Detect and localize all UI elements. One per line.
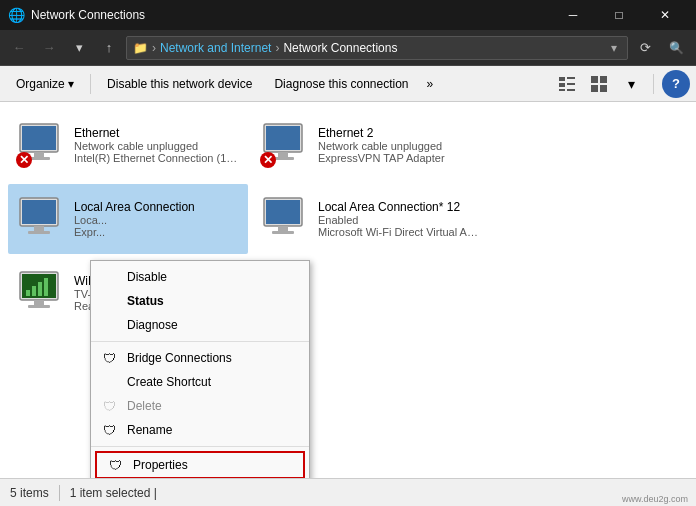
svg-rect-31	[32, 286, 36, 296]
dropdown-recent[interactable]: ▾	[66, 35, 92, 61]
wifi-icon-wrapper	[16, 268, 66, 318]
ctx-diagnose[interactable]: Diagnose	[91, 313, 309, 337]
local-adapter: Expr...	[74, 226, 240, 238]
svg-rect-3	[567, 77, 575, 79]
path-part2: Network Connections	[283, 41, 397, 55]
svg-rect-30	[26, 290, 30, 296]
up-button[interactable]: ↑	[96, 35, 122, 61]
search-button[interactable]: 🔍	[662, 35, 690, 61]
ethernet2-adapter: ExpressVPN TAP Adapter	[318, 152, 484, 164]
svg-rect-11	[22, 126, 56, 150]
ethernet-info: Ethernet Network cable unplugged Intel(R…	[74, 126, 240, 164]
shield-icon-delete: 🛡	[103, 399, 116, 414]
app-icon: 🌐	[8, 7, 25, 23]
ethernet-status: Network cable unplugged	[74, 140, 240, 152]
svg-rect-8	[591, 85, 598, 92]
status-separator	[59, 485, 60, 501]
content-area: ✕ Ethernet Network cable unplugged Intel…	[0, 102, 696, 478]
toolbar-right: ▾ ?	[553, 70, 690, 98]
local12-status: Enabled	[318, 214, 484, 226]
ethernet-adapter: Intel(R) Ethernet Connection (10) ...	[74, 152, 240, 164]
svg-rect-33	[44, 278, 48, 296]
local12-name: Local Area Connection* 12	[318, 200, 484, 214]
watermark: www.deu2g.com	[622, 494, 688, 504]
svg-rect-16	[278, 152, 288, 157]
network-item-local12[interactable]: Local Area Connection* 12 Enabled Micros…	[252, 184, 492, 254]
svg-rect-32	[38, 282, 42, 296]
view-button[interactable]	[553, 70, 581, 98]
ethernet2-info: Ethernet 2 Network cable unplugged Expre…	[318, 126, 484, 164]
svg-rect-29	[28, 305, 50, 308]
refresh-button[interactable]: ⟳	[632, 35, 658, 61]
ethernet2-status: Network cable unplugged	[318, 140, 484, 152]
shield-icon-properties: 🛡	[109, 458, 122, 473]
window-controls: ─ □ ✕	[550, 0, 688, 30]
ctx-properties[interactable]: 🛡 Properties	[97, 453, 303, 477]
shield-icon-rename: 🛡	[103, 423, 116, 438]
computer-icon-local12	[260, 194, 306, 240]
ctx-shortcut[interactable]: Create Shortcut	[91, 370, 309, 394]
close-button[interactable]: ✕	[642, 0, 688, 30]
svg-rect-24	[278, 226, 288, 231]
ethernet-icon-wrapper: ✕	[16, 120, 66, 170]
dropdown-view-button[interactable]: ▾	[617, 70, 645, 98]
error-badge-2: ✕	[260, 152, 276, 168]
svg-rect-21	[28, 231, 50, 234]
ctx-rename[interactable]: 🛡 Rename	[91, 418, 309, 442]
error-badge: ✕	[16, 152, 32, 168]
svg-rect-2	[559, 89, 565, 91]
status-items: 5 items	[10, 486, 49, 500]
ctx-separator-2	[91, 446, 309, 447]
address-path[interactable]: 📁 › Network and Internet › Network Conne…	[126, 36, 628, 60]
layout-icon	[591, 76, 607, 92]
disable-button[interactable]: Disable this network device	[97, 73, 262, 95]
local12-info: Local Area Connection* 12 Enabled Micros…	[318, 200, 484, 238]
ctx-status[interactable]: Status	[91, 289, 309, 313]
ctx-disable[interactable]: Disable	[91, 265, 309, 289]
status-selected: 1 item selected	[70, 486, 151, 500]
organize-button[interactable]: Organize ▾	[6, 73, 84, 95]
path-icon: 📁	[133, 41, 148, 55]
context-menu: Disable Status Diagnose 🛡 Bridge Connect…	[90, 260, 310, 478]
ctx-separator-1	[91, 341, 309, 342]
path-part1[interactable]: Network and Internet	[160, 41, 271, 55]
title-bar: 🌐 Network Connections ─ □ ✕	[0, 0, 696, 30]
svg-rect-12	[34, 152, 44, 157]
local-icon-wrapper	[16, 194, 66, 244]
network-item-ethernet[interactable]: ✕ Ethernet Network cable unplugged Intel…	[8, 110, 248, 180]
network-item-ethernet2[interactable]: ✕ Ethernet 2 Network cable unplugged Exp…	[252, 110, 492, 180]
status-bar: 5 items 1 item selected | www.deu2g.com	[0, 478, 696, 506]
svg-rect-6	[591, 76, 598, 83]
network-item-local[interactable]: Local Area Connection Loca... Expr...	[8, 184, 248, 254]
diagnose-button[interactable]: Diagnose this connection	[264, 73, 418, 95]
ethernet2-name: Ethernet 2	[318, 126, 484, 140]
forward-button[interactable]: →	[36, 35, 62, 61]
more-button[interactable]: »	[421, 73, 440, 95]
back-button[interactable]: ←	[6, 35, 32, 61]
wifi-icon	[16, 268, 62, 314]
svg-rect-23	[266, 200, 300, 224]
svg-rect-20	[34, 226, 44, 231]
svg-rect-1	[559, 83, 565, 87]
ctx-properties-label: Properties	[133, 458, 188, 472]
address-bar: ← → ▾ ↑ 📁 › Network and Internet › Netwo…	[0, 30, 696, 66]
window-title: Network Connections	[31, 8, 550, 22]
ctx-bridge[interactable]: 🛡 Bridge Connections	[91, 346, 309, 370]
toolbar: Organize ▾ Disable this network device D…	[0, 66, 696, 102]
ctx-bridge-label: Bridge Connections	[127, 351, 232, 365]
toolbar-separator-2	[653, 74, 654, 94]
ethernet-name: Ethernet	[74, 126, 240, 140]
ctx-properties-wrapper: 🛡 Properties	[95, 451, 305, 478]
svg-rect-19	[22, 200, 56, 224]
layout-button[interactable]	[585, 70, 613, 98]
svg-rect-25	[272, 231, 294, 234]
local12-adapter: Microsoft Wi-Fi Direct Virtual Ada...	[318, 226, 484, 238]
ethernet2-icon-wrapper: ✕	[260, 120, 310, 170]
svg-rect-4	[567, 83, 575, 85]
help-button[interactable]: ?	[662, 70, 690, 98]
local-info: Local Area Connection Loca... Expr...	[74, 200, 240, 238]
minimize-button[interactable]: ─	[550, 0, 596, 30]
maximize-button[interactable]: □	[596, 0, 642, 30]
local12-icon-wrapper	[260, 194, 310, 244]
local-status: Loca...	[74, 214, 240, 226]
